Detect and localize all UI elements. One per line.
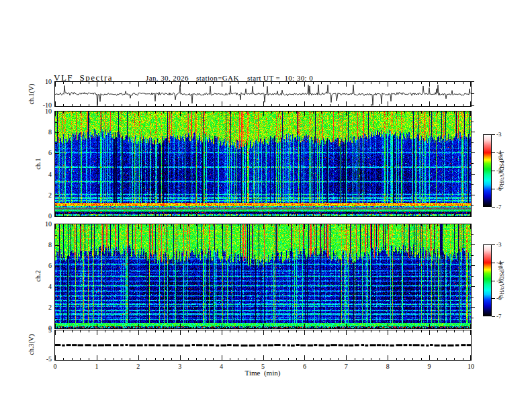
spec1-right-tick: [472, 142, 474, 143]
colorbar-1-tickmark: [492, 189, 495, 189]
colorbar-2-gradient: [484, 245, 491, 316]
spec2-ytick-10: 10: [28, 220, 52, 228]
ch1-spectrogram-canvas: [55, 111, 471, 216]
colorbar-1-tickmark: [492, 134, 495, 135]
colorbar-2-tick--6: -6: [496, 295, 502, 302]
spec1-ytick-0: 0: [28, 212, 52, 220]
ch1wave-right-tick: [472, 93, 474, 94]
spec1-right-tick: [472, 163, 474, 164]
ch1wave-right-tick: [472, 105, 474, 106]
spec2-right-tick: [472, 244, 475, 245]
ch3-flatline-panel: [54, 330, 472, 361]
colorbar-1-tick--4: -4: [496, 149, 502, 156]
xtick-label-9: 9: [419, 363, 439, 371]
colorbar-1-tickmark: [492, 171, 495, 171]
vlf-spectra-screen: VLF Spectra Jan. 30, 2026 station=GAK st…: [0, 0, 532, 411]
colorbar-2-tickmark: [492, 316, 495, 317]
colorbar-2-tick--5: -5: [496, 277, 502, 284]
colorbar-2-tickmark: [492, 244, 495, 245]
colorbar-1-tick--6: -6: [496, 185, 502, 192]
ch2-spectrogram-panel: [54, 224, 472, 329]
xtick-label-10: 10: [461, 363, 481, 371]
spec2-right-tick: [472, 265, 475, 266]
xtick-label-3: 3: [170, 363, 190, 371]
spec1-ytick-8: 8: [28, 128, 52, 136]
spec2-right-tick: [472, 255, 474, 256]
colorbar-2-tick--4: -4: [496, 259, 502, 266]
xtick-label-0: 0: [45, 363, 65, 371]
colorbar-1-tick--5: -5: [496, 167, 502, 174]
spec2-right-tick: [472, 297, 474, 298]
spec2-right-tick: [472, 276, 474, 277]
spec1-right-tick: [472, 122, 474, 122]
spec1-ytick-6: 6: [28, 149, 52, 157]
ch1-waveform-panel: [54, 81, 472, 107]
spec1-ytick-4: 4: [28, 171, 52, 179]
colorbar-1-tickmark: [492, 152, 495, 153]
ch3-ytick--5: -5: [28, 355, 52, 363]
time-axis-label: Time (min): [222, 369, 303, 377]
colorbar-1: [483, 134, 492, 207]
spec1-right-tick: [472, 132, 475, 132]
xtick-label-7: 7: [336, 363, 356, 371]
spec2-right-tick: [472, 234, 474, 235]
spec1-right-tick: [472, 184, 474, 185]
spec1-right-tick: [472, 195, 475, 195]
spec2-right-tick: [472, 307, 475, 308]
colorbar-1-tick--3: -3: [496, 131, 502, 138]
spec1-ytick-2: 2: [28, 191, 52, 199]
spec1-right-tick: [472, 152, 475, 153]
spec2-ytick-6: 6: [28, 262, 52, 270]
ch2-spectrogram-canvas: [55, 224, 471, 328]
colorbar-1-gradient: [484, 135, 491, 206]
ch1-waveform-canvas: [55, 82, 471, 106]
spec2-right-tick: [472, 286, 475, 287]
spec1-right-tick: [472, 174, 475, 175]
ch3-ytick-5: 5: [28, 326, 52, 334]
xtick-label-1: 1: [87, 363, 107, 371]
xtick-label-8: 8: [378, 363, 398, 371]
ch3-flatline-canvas: [55, 330, 471, 360]
colorbar-2-tickmark: [492, 281, 495, 281]
ch1-spectrogram-panel: [54, 111, 472, 217]
colorbar-2: [483, 244, 492, 316]
spec2-ytick-4: 4: [28, 283, 52, 291]
colorbar-2-tick--7: -7: [496, 313, 502, 320]
colorbar-2-tick--3: -3: [496, 241, 502, 248]
spec1-ytick-10: 10: [28, 107, 52, 116]
spec2-ytick-8: 8: [28, 241, 52, 249]
colorbar-2-tickmark: [492, 263, 495, 263]
ch1wave-right-tick: [472, 81, 474, 82]
colorbar-1-tick--7: -7: [496, 203, 502, 210]
colorbar-2-tickmark: [492, 298, 495, 299]
spec1-right-tick: [472, 205, 474, 205]
colorbar-1-tickmark: [492, 207, 495, 208]
spec2-ytick-2: 2: [28, 304, 52, 312]
xtick-label-2: 2: [128, 363, 148, 371]
spec2-right-tick: [472, 318, 474, 318]
ch1wave-ytick-10: 10: [28, 78, 52, 86]
